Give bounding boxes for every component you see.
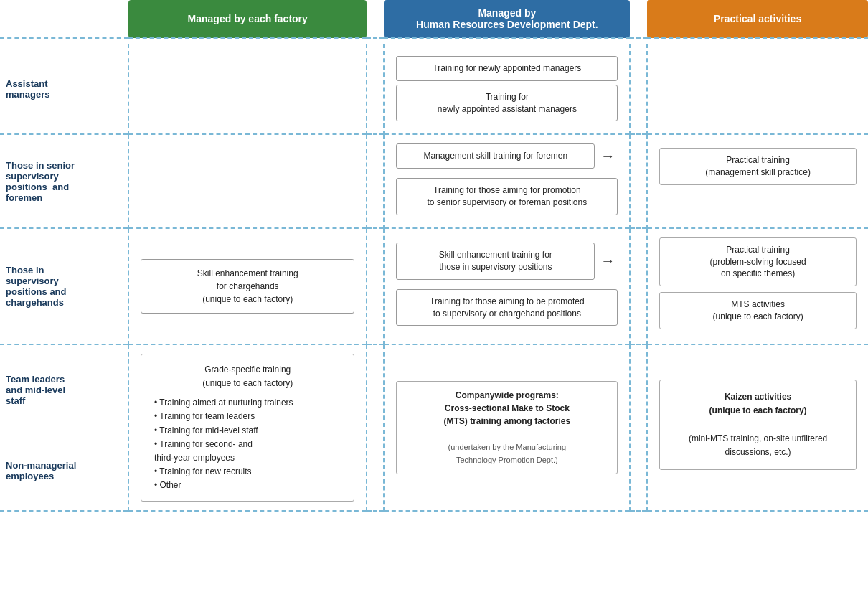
role-assistant-managers: Assistantmanagers xyxy=(0,44,128,134)
companywide-box: Companywide programs:Cross-sectional Mak… xyxy=(396,381,618,474)
training-box-promotion-senior: Training for those aiming for promotiont… xyxy=(396,178,618,215)
arrow-skill-enhance: → xyxy=(600,253,615,269)
row-supervisory-chargehands: Those insupervisorypositions andchargeha… xyxy=(0,229,868,344)
spacer-col-5 xyxy=(367,229,384,344)
practical-cell-senior: Practical training(management skill prac… xyxy=(647,135,868,227)
spacer-col-1 xyxy=(367,44,384,134)
spacer-col-2 xyxy=(630,44,647,134)
spacer-col-7 xyxy=(367,345,384,512)
row-senior-supervisory: Those in seniorsupervisorypositions andf… xyxy=(0,135,868,227)
hrd-cell-supervisory: Skill enhancement training forthose in s… xyxy=(384,229,630,344)
practical-box-kaizen: Kaizen activities(unique to each factory… xyxy=(659,380,857,470)
large-box-grade-specific: Grade-specific training(unique to each f… xyxy=(141,354,355,502)
list-item-team-leaders: Training for team leaders xyxy=(154,410,344,423)
training-box-mgmt-skill: Management skill training for foremen xyxy=(396,143,595,169)
practical-box-mgmt-skill: Practical training(management skill prac… xyxy=(659,148,857,185)
list-item-mid-level: Training for mid-level staff xyxy=(154,424,344,438)
header-row: Managed by each factory Managed byHuman … xyxy=(0,0,868,38)
practical-cell-supervisory: Practical training(problem-solving focus… xyxy=(647,229,868,344)
hrd-cell-assistant: Training for newly appointed managers Tr… xyxy=(384,44,630,134)
arrow-mgmt-skill: → xyxy=(600,148,615,164)
hrd-cell-team-leaders: Companywide programs:Cross-sectional Mak… xyxy=(384,345,630,512)
companywide-title: Companywide programs:Cross-sectional Mak… xyxy=(443,390,570,426)
kaizen-subtitle: (mini-MTS training, on-site unfiltereddi… xyxy=(689,433,827,457)
skill-enhancement-row: Skill enhancement training forthose in s… xyxy=(396,243,618,280)
spacer-col-4 xyxy=(630,135,647,227)
factory-cell-senior xyxy=(128,135,367,227)
spacer-row-0 xyxy=(0,38,868,44)
kaizen-title: Kaizen activities(unique to each factory… xyxy=(709,392,807,415)
list-item-new-recruits: Training for new recruits xyxy=(154,465,344,479)
factory-cell-team-leaders: Grade-specific training(unique to each f… xyxy=(128,345,367,512)
hrd-header: Managed byHuman Resources Development De… xyxy=(384,0,630,38)
grade-specific-title: Grade-specific training(unique to each f… xyxy=(151,363,344,390)
row-assistant-managers: Assistantmanagers Training for newly app… xyxy=(0,44,868,134)
list-item-second-third-year: Training for second- andthird-year emplo… xyxy=(154,438,344,465)
practical-cell-team-leaders: Kaizen activities(unique to each factory… xyxy=(647,345,868,512)
training-box-chargehands: Skill enhancement trainingfor chargehand… xyxy=(141,259,355,314)
factory-header: Managed by each factory xyxy=(128,0,367,38)
spacer-col-8 xyxy=(630,345,647,512)
main-layout-table: Managed by each factory Managed byHuman … xyxy=(0,0,868,512)
training-box-new-managers: Training for newly appointed managers xyxy=(396,56,618,81)
mgmt-skill-row: Management skill training for foremen → xyxy=(396,143,618,169)
hrd-header-label: Managed byHuman Resources Development De… xyxy=(416,7,598,30)
practical-cell-assistant xyxy=(647,44,868,134)
training-box-new-asst-managers: Training fornewly appointed assistant ma… xyxy=(396,85,618,122)
practical-box-problem-solving: Practical training(problem-solving focus… xyxy=(659,237,857,286)
practical-box-mts-activities: MTS activities(unique to each factory) xyxy=(659,292,857,329)
companywide-subtitle: (undertaken by the ManufacturingTechnolo… xyxy=(448,443,567,464)
bottom-border-row xyxy=(0,511,868,512)
role-senior-supervisory: Those in seniorsupervisorypositions andf… xyxy=(0,135,128,227)
training-box-promotion-supervisory: Training for those aiming to be promoted… xyxy=(396,289,618,326)
training-box-skill-enhance: Skill enhancement training forthose in s… xyxy=(396,243,595,280)
role-supervisory-chargehands: Those insupervisorypositions andchargeha… xyxy=(0,229,128,344)
practical-header-label: Practical activities xyxy=(714,13,801,24)
factory-cell-assistant xyxy=(128,44,367,134)
list-item-other: Other xyxy=(154,479,344,492)
col-spacer-2 xyxy=(630,0,647,38)
role-header xyxy=(0,0,128,38)
role-team-leaders-nonmanagerial: Team leadersand mid-levelstaff Non-manag… xyxy=(0,345,128,512)
practical-header: Practical activities xyxy=(647,0,868,38)
hrd-cell-senior: Management skill training for foremen → … xyxy=(384,135,630,227)
factory-header-label: Managed by each factory xyxy=(188,13,308,24)
list-item-trainers: Training aimed at nurturing trainers xyxy=(154,396,344,410)
col-spacer-1 xyxy=(367,0,384,38)
spacer-col-6 xyxy=(630,229,647,344)
spacer-col-3 xyxy=(367,135,384,227)
factory-cell-supervisory: Skill enhancement trainingfor chargehand… xyxy=(128,229,367,344)
row-team-leaders-nonmanagerial: Team leadersand mid-levelstaff Non-manag… xyxy=(0,345,868,512)
grade-specific-list: Training aimed at nurturing trainers Tra… xyxy=(151,396,344,492)
